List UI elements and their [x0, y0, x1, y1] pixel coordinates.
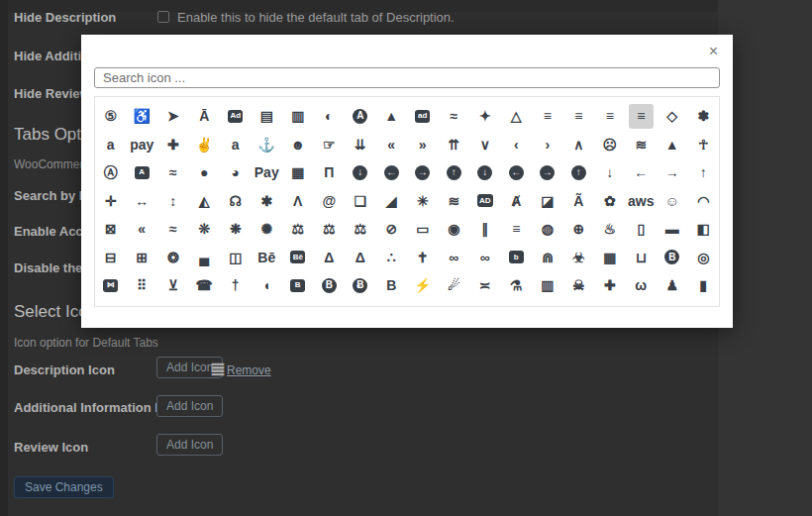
icon-cell-anchor[interactable]: ⚓ [252, 131, 283, 159]
icon-cell-bowling-ball[interactable]: ● [220, 300, 252, 308]
icon-cell-ad[interactable]: Ad [220, 102, 252, 131]
icon-cell-allergies[interactable]: ✽ [688, 102, 720, 131]
icon-cell-atlas[interactable]: ❏ [345, 187, 376, 216]
icon-cell-asymmetrik[interactable]: Λ [282, 187, 314, 216]
icon-cell-box[interactable]: ▤ [252, 300, 283, 308]
icon-cell-award[interactable]: ✿ [594, 187, 626, 216]
icon-cell-angle-double-up[interactable]: ⇈ [439, 131, 470, 159]
icon-cell-align-right[interactable]: ≡ [629, 104, 655, 129]
icon-cell-alipay[interactable]: ◇ [657, 102, 688, 131]
icon-cell-broom[interactable]: ∕ [532, 300, 563, 308]
icon-cell-arrow-alt-circle-left[interactable]: ← [376, 158, 408, 187]
icon-cell-ambulance[interactable]: ✚ [157, 131, 189, 159]
icon-cell-algolia[interactable]: △ [501, 102, 533, 131]
icon-cell-binoculars[interactable]: ⋒ [532, 244, 563, 272]
icon-cell-battle-net[interactable]: ❂ [157, 244, 189, 272]
icon-cell-apper[interactable]: ≈ [157, 158, 189, 187]
icon-cell-blogger[interactable]: B [282, 271, 314, 300]
icon-cell-amazon[interactable]: a [95, 131, 127, 159]
icon-cell-arrow-circle-left[interactable]: ← [501, 158, 533, 187]
icon-cell-arrows-alt-h[interactable]: ↔ [127, 187, 158, 216]
icon-cell-border-style[interactable]: Γ [189, 300, 221, 308]
icon-cell-blender-phone[interactable]: ☎ [189, 271, 221, 300]
icon-cell-angle-right[interactable]: › [532, 131, 563, 159]
icon-cell-baby-carriage[interactable]: ◠ [688, 187, 720, 216]
icon-cell-amilia[interactable]: a [220, 131, 252, 159]
icon-cell-arrow-right[interactable]: → [657, 158, 688, 187]
icon-cell-at[interactable]: @ [314, 187, 346, 216]
icon-cell-book-reader[interactable]: ♟ [657, 271, 688, 300]
icon-cell-adn[interactable]: A [345, 102, 376, 131]
icon-cell-angellist[interactable]: ☞ [314, 131, 346, 159]
icon-cell-battery-three-quarters[interactable]: ⊞ [127, 244, 158, 272]
icon-cell-border-all[interactable]: ▦ [127, 300, 158, 308]
icon-cell-behance-square[interactable]: Bē [282, 244, 314, 272]
icon-cell-artstation[interactable]: ◭ [189, 187, 221, 216]
icon-cell-angle-left[interactable]: ‹ [501, 131, 533, 159]
icon-cell-bacon[interactable]: ≈ [157, 215, 189, 244]
icon-cell-bluetooth[interactable]: Ƀ [345, 271, 376, 300]
icon-cell-black-tie[interactable]: ⋈ [95, 271, 127, 300]
icon-cell-book-open[interactable]: ω [626, 271, 658, 300]
icon-cell-blogger-b[interactable]: B [314, 271, 346, 300]
icon-cell-audio-description[interactable]: AD [469, 187, 501, 216]
icon-cell-address-book[interactable]: ▤ [252, 102, 283, 131]
icon-cell-bitbucket[interactable]: ⊔ [626, 244, 658, 272]
icon-cell-app-store[interactable]: Ⓐ [95, 158, 127, 187]
icon-cell-book-medical[interactable]: ✚ [594, 271, 626, 300]
icon-cell-angle-double-right[interactable]: » [407, 131, 439, 159]
icon-cell-adversal[interactable]: ad [407, 102, 439, 131]
icon-cell-bitcoin[interactable]: B [657, 244, 688, 272]
icon-cell-briefcase-medical[interactable]: ✚ [469, 300, 501, 308]
icon-cell-angular[interactable]: ▲ [657, 131, 688, 159]
icon-cell-asterisk[interactable]: ✱ [252, 187, 283, 216]
icon-cell-battery-full[interactable]: ▬ [657, 215, 688, 244]
icon-cell-arrow-circle-down[interactable]: ↓ [469, 158, 501, 187]
icon-cell-adobe[interactable]: ▲ [376, 102, 408, 131]
icon-cell-autoprefixer[interactable]: Ⱥ [501, 187, 533, 216]
icon-cell-archway[interactable]: Π [314, 158, 346, 187]
icon-cell-accusoft[interactable]: ➤ [157, 102, 189, 131]
icon-cell-bell[interactable]: Δ [314, 244, 346, 272]
icon-cell-bed[interactable]: ▄ [189, 244, 221, 272]
icon-cell-angle-double-down[interactable]: ⇊ [345, 131, 376, 159]
icon-cell-ban[interactable]: ⊘ [376, 215, 408, 244]
icon-cell-air-freshener[interactable]: ✦ [469, 102, 501, 131]
icon-cell-angrycreative[interactable]: ≋ [626, 131, 658, 159]
icon-cell-balance-scale-left[interactable]: ⚖ [314, 215, 346, 244]
icon-cell-align-justify[interactable]: ≡ [563, 102, 595, 131]
icon-cell-bandcamp[interactable]: ◉ [439, 215, 470, 244]
icon-cell-align-center[interactable]: ≡ [532, 102, 563, 131]
icon-cell-bug[interactable]: Ж [657, 300, 688, 308]
icon-cell-bookmark[interactable]: ▮ [688, 271, 720, 300]
icon-cell-battery-empty[interactable]: ▯ [626, 215, 658, 244]
icon-cell-archive[interactable]: ▦ [282, 158, 314, 187]
icon-cell-affiliatetheme[interactable]: ≈ [439, 102, 470, 131]
icon-cell-arrows-alt[interactable]: ✛ [95, 187, 127, 216]
icon-cell-accessible-icon[interactable]: ♿ [127, 102, 158, 131]
icon-cell-baseball-ball[interactable]: ◍ [532, 215, 563, 244]
icon-cell-building[interactable]: ▦ [688, 300, 720, 308]
icon-cell-boxes[interactable]: ⊞ [314, 300, 346, 308]
icon-cell-biohazard[interactable]: ☣ [563, 244, 595, 272]
icon-cell-atom[interactable]: ✳ [407, 187, 439, 216]
icon-cell-behance[interactable]: Bē [252, 244, 283, 272]
icon-cell-500px[interactable]: ⑤ [95, 102, 127, 131]
icon-cell-angle-down[interactable]: ∨ [469, 131, 501, 159]
icon-cell-address-card[interactable]: ▥ [282, 102, 314, 131]
icon-cell-bone[interactable]: ≍ [469, 271, 501, 300]
icon-cell-border-none[interactable]: ▢ [157, 300, 189, 308]
icon-cell-book-dead[interactable]: ☠ [563, 271, 595, 300]
icon-cell-battery-quarter[interactable]: ⊟ [95, 244, 127, 272]
icon-cell-briefcase[interactable]: ▣ [439, 300, 470, 308]
icon-cell-bolt[interactable]: ⚡ [407, 271, 439, 300]
icon-cell-arrow-alt-circle-up[interactable]: ↑ [439, 158, 470, 187]
icon-cell-angry[interactable]: ☹ [594, 131, 626, 159]
icon-cell-broadcast-tower[interactable]: Ψ [501, 300, 533, 308]
icon-cell-apple-pay[interactable]: Pay [252, 158, 283, 187]
add-icon-button-review[interactable]: Add Icon [156, 434, 223, 456]
icon-cell-bahai[interactable]: ✺ [252, 215, 283, 244]
icon-cell-acquisitions-incorporated[interactable]: Ā [189, 102, 221, 131]
icon-cell-apple[interactable]: ● [189, 158, 221, 187]
icon-cell-bars[interactable]: ≡ [501, 215, 533, 244]
